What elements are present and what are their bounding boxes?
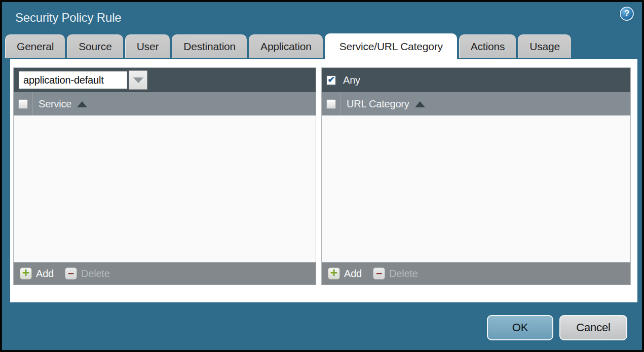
chevron-down-icon bbox=[133, 77, 143, 83]
service-column-label-wrap: Service bbox=[33, 92, 87, 115]
minus-icon bbox=[373, 267, 385, 280]
plus-icon bbox=[328, 267, 340, 280]
tab-general[interactable]: General bbox=[5, 34, 65, 58]
help-icon[interactable] bbox=[620, 7, 634, 21]
service-select-all-checkbox[interactable] bbox=[18, 99, 28, 109]
tab-service-url-category[interactable]: Service/URL Category bbox=[325, 33, 457, 59]
url-category-any-checkbox[interactable] bbox=[326, 75, 336, 86]
url-category-delete-label: Delete bbox=[389, 268, 418, 280]
sort-ascending-icon bbox=[415, 101, 425, 107]
tab-bar: General Source User Destination Applicat… bbox=[2, 33, 642, 59]
plus-icon bbox=[20, 267, 32, 280]
url-category-column-label-wrap: URL Category bbox=[341, 92, 425, 115]
url-category-select-all-cell bbox=[322, 92, 341, 115]
url-category-any-label: Any bbox=[343, 74, 360, 86]
tab-content-service-url-category: application-default Service bbox=[10, 59, 637, 302]
tab-usage[interactable]: Usage bbox=[518, 34, 571, 58]
service-list bbox=[14, 115, 316, 262]
tab-source[interactable]: Source bbox=[67, 34, 123, 58]
service-toolbar: Add Delete bbox=[14, 262, 316, 285]
dialog-title: Security Policy Rule bbox=[15, 11, 121, 25]
sort-ascending-icon bbox=[77, 101, 87, 107]
service-type-bar: application-default bbox=[14, 68, 316, 92]
ok-button[interactable]: OK bbox=[487, 315, 553, 340]
service-select-all-cell bbox=[14, 92, 33, 115]
url-category-any-bar: Any bbox=[322, 68, 630, 92]
minus-icon bbox=[65, 267, 77, 280]
tab-user[interactable]: User bbox=[125, 34, 170, 58]
url-category-select-all-checkbox[interactable] bbox=[326, 99, 336, 109]
url-category-column-header[interactable]: URL Category bbox=[322, 92, 630, 115]
service-panel: application-default Service bbox=[13, 67, 316, 285]
tab-destination[interactable]: Destination bbox=[172, 34, 247, 58]
service-add-button[interactable]: Add bbox=[20, 267, 54, 280]
security-policy-rule-dialog: Security Policy Rule General Source User… bbox=[0, 0, 644, 352]
url-category-delete-button[interactable]: Delete bbox=[373, 267, 418, 280]
cancel-button[interactable]: Cancel bbox=[559, 315, 627, 340]
service-column-header[interactable]: Service bbox=[14, 92, 316, 115]
title-bar: Security Policy Rule bbox=[2, 2, 642, 33]
tab-actions[interactable]: Actions bbox=[459, 34, 516, 58]
service-type-dropdown-button[interactable] bbox=[129, 70, 147, 90]
service-column-label: Service bbox=[39, 98, 71, 110]
url-category-add-button[interactable]: Add bbox=[328, 267, 362, 280]
url-category-column-label: URL Category bbox=[347, 98, 409, 110]
service-type-value[interactable]: application-default bbox=[18, 70, 128, 90]
url-category-panel: Any URL Category Add Delete bbox=[321, 67, 631, 285]
service-type-dropdown[interactable]: application-default bbox=[18, 70, 147, 90]
service-delete-button[interactable]: Delete bbox=[65, 267, 110, 280]
service-delete-label: Delete bbox=[81, 268, 110, 280]
url-category-list bbox=[322, 115, 630, 262]
service-add-label: Add bbox=[36, 268, 54, 280]
url-category-toolbar: Add Delete bbox=[322, 262, 630, 285]
url-category-add-label: Add bbox=[344, 268, 362, 280]
tab-application[interactable]: Application bbox=[249, 34, 323, 58]
